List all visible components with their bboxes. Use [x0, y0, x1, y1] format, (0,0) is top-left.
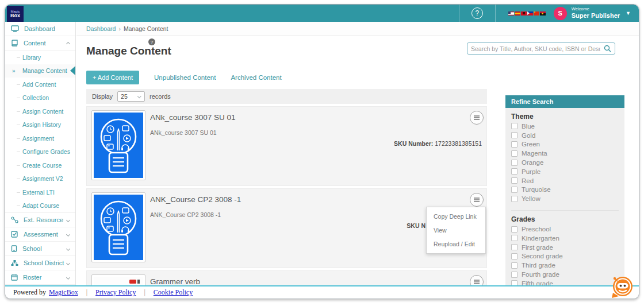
checkbox[interactable]: [511, 132, 518, 138]
active-marker: »: [12, 68, 16, 74]
checkbox[interactable]: [511, 141, 518, 148]
cookie-policy-link[interactable]: Cookie Policy: [154, 288, 193, 297]
sidebar-item-assessment[interactable]: Assessment: [5, 227, 75, 242]
theme-option-gold[interactable]: Gold: [511, 131, 619, 140]
course-thumbnail[interactable]: [91, 192, 145, 262]
page-size-select[interactable]: 25: [117, 91, 145, 102]
sidebar-subitem-library[interactable]: Library: [5, 51, 75, 64]
sidebar-item-roster[interactable]: Roster: [5, 270, 75, 285]
sidebar-item-ext-resource[interactable]: Ext. Resource: [5, 213, 75, 227]
row-actions-menu-icon[interactable]: [470, 193, 484, 207]
sidebar-subitem-collection[interactable]: Collection: [5, 91, 75, 105]
sidebar-subitem-assign-content[interactable]: Assign Content: [5, 104, 75, 118]
grade-option-fourth[interactable]: Fourth grade: [511, 270, 619, 279]
subitem-label: Adapt Course: [22, 202, 59, 209]
checkbox[interactable]: [511, 244, 518, 250]
checkbox[interactable]: [511, 226, 518, 233]
sidebar-item-school[interactable]: School: [5, 242, 75, 256]
add-content-button[interactable]: + Add Content: [86, 71, 139, 84]
content-title[interactable]: ANK_Course CP2 3008 -1: [150, 195, 241, 204]
display-label: Display: [92, 93, 113, 100]
checkbox[interactable]: [511, 280, 518, 285]
course-thumbnail[interactable]: [91, 110, 145, 180]
grade-option-second[interactable]: Second grade: [511, 252, 619, 261]
flag-spain-icon[interactable]: [515, 11, 520, 16]
tab-unpublished-content[interactable]: Unpublished Content: [154, 74, 216, 81]
breadcrumb-dashboard-link[interactable]: Dashboard: [86, 25, 116, 32]
content-title[interactable]: Grammer verb: [150, 277, 200, 285]
sidebar-item-dashboard[interactable]: Dashboard: [5, 22, 75, 36]
tab-archived-content[interactable]: Archived Content: [231, 74, 281, 81]
checkbox[interactable]: [511, 123, 518, 129]
sidebar-subitem-create-course[interactable]: Create Course: [5, 158, 75, 172]
course-thumbnail[interactable]: [91, 274, 145, 285]
menu-item-reupload-edit[interactable]: Reupload / Edit: [427, 237, 485, 251]
help-icon[interactable]: ?: [471, 7, 483, 19]
search-input[interactable]: [467, 45, 604, 52]
theme-option-yellow[interactable]: Yellow: [511, 194, 619, 203]
flag-angola-icon[interactable]: [540, 11, 546, 16]
magicbox-logo[interactable]: Magic Box: [7, 6, 24, 22]
checkbox[interactable]: [511, 235, 518, 241]
checkbox[interactable]: [511, 187, 518, 193]
sidebar-subitem-manage-content[interactable]: » Manage Content: [5, 64, 75, 78]
theme-option-green[interactable]: Green: [511, 140, 619, 149]
checkbox[interactable]: [511, 262, 518, 269]
user-menu-caret-icon[interactable]: ▼: [626, 10, 631, 16]
grade-option-third[interactable]: Third grade: [511, 261, 619, 270]
checkbox[interactable]: [511, 177, 518, 184]
flag-philippines-icon[interactable]: [527, 11, 533, 16]
row-actions-menu-icon[interactable]: [470, 111, 484, 125]
theme-option-purple[interactable]: Purple: [511, 167, 619, 176]
checkbox[interactable]: [511, 150, 518, 157]
menu-item-view[interactable]: View: [427, 223, 485, 237]
link-icon: [11, 216, 18, 223]
theme-option-red[interactable]: Red: [511, 176, 619, 185]
theme-option-orange[interactable]: Orange: [511, 158, 619, 167]
privacy-policy-link[interactable]: Privacy Policy: [95, 288, 136, 297]
sidebar-subitem-assignment[interactable]: Assignment: [5, 131, 75, 145]
active-arrow-icon: [70, 66, 75, 75]
theme-option-magenta[interactable]: Magenta: [511, 149, 619, 158]
language-flags[interactable]: [508, 11, 546, 16]
grade-option-preschool[interactable]: Preschool: [511, 224, 619, 234]
sidebar-subitem-adapt-course[interactable]: Adapt Course: [5, 199, 75, 213]
chat-bot-icon[interactable]: [610, 274, 634, 299]
magicbox-footer-link[interactable]: MagicBox: [49, 288, 78, 297]
sidebar-subitem-configure-grades[interactable]: Configure Grades: [5, 145, 75, 159]
theme-option-turquoise[interactable]: Turquoise: [511, 185, 619, 195]
title-help-icon[interactable]: ?: [148, 38, 155, 45]
checkbox-label: Fifth grade: [522, 280, 553, 285]
sidebar-subitem-assign-history[interactable]: Assign History: [5, 118, 75, 132]
checkbox-label: Magenta: [522, 150, 547, 157]
checkbox[interactable]: [511, 196, 518, 202]
chevron-down-icon: [137, 94, 141, 98]
sku-label: SKU Number:: [394, 140, 433, 147]
user-avatar[interactable]: S: [554, 7, 567, 20]
grade-option-fifth[interactable]: Fifth grade: [511, 279, 619, 285]
search-icon[interactable]: [604, 45, 611, 52]
sidebar-item-school-district[interactable]: School District: [5, 256, 75, 270]
flag-us-icon[interactable]: [508, 11, 514, 16]
monitor-icon: [11, 25, 19, 32]
checkbox[interactable]: [511, 160, 518, 166]
menu-item-copy-deep-link[interactable]: Copy Deep Link: [427, 210, 485, 223]
sidebar-subitem-assignment-v2[interactable]: Assignment V2: [5, 172, 75, 186]
checkbox[interactable]: [511, 253, 518, 259]
grade-option-first[interactable]: First grade: [511, 243, 619, 252]
checkbox[interactable]: [511, 168, 518, 175]
theme-option-blue[interactable]: Blue: [511, 122, 619, 131]
content-row: ANk_course 3007 SU 01 ANk_course 3007 SU…: [86, 106, 487, 186]
user-welcome[interactable]: Welcome Super Publisher: [572, 7, 620, 19]
flag-albania-icon[interactable]: [521, 11, 527, 16]
sidebar-subitem-external-lti[interactable]: External LTI: [5, 185, 75, 199]
flag-china-icon[interactable]: [534, 11, 539, 16]
row-actions-menu-icon[interactable]: [470, 275, 484, 285]
checkbox[interactable]: [511, 272, 518, 278]
bulb-course-icon: [94, 195, 143, 260]
sidebar-item-content[interactable]: Content: [5, 36, 75, 51]
sidebar-item-label: School District: [24, 259, 67, 266]
grade-option-kindergarten[interactable]: Kindergarten: [511, 234, 619, 243]
sidebar-subitem-add-content[interactable]: Add Content: [5, 78, 75, 91]
content-title[interactable]: ANk_course 3007 SU 01: [150, 113, 236, 122]
